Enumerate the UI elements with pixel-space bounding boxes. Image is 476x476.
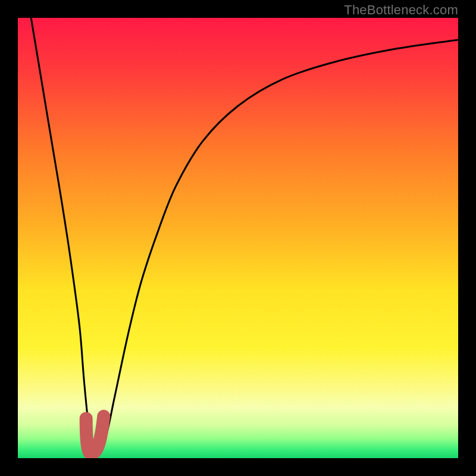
- pointer-dot-icon: [81, 425, 89, 434]
- watermark-label: TheBottleneck.com: [344, 2, 458, 18]
- plot-area: [18, 18, 458, 458]
- chart-frame: TheBottleneck.com: [0, 0, 476, 476]
- pointer-hook-icon: [86, 416, 104, 454]
- bottleneck-curve: [18, 18, 458, 458]
